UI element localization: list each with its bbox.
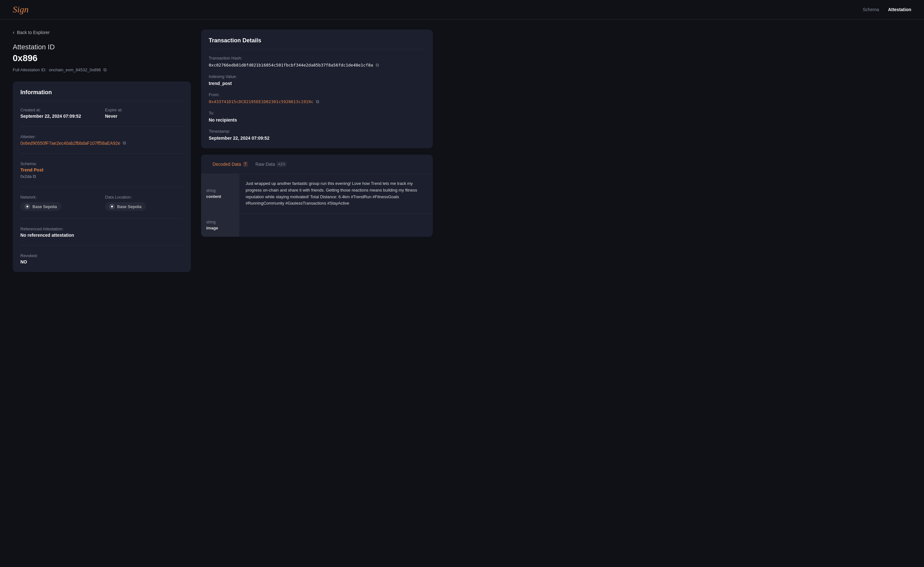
data-tabs: Decoded Data T Raw Data </> [201,154,433,174]
indexing-label: Indexing Value: [209,74,425,79]
tab-decoded-icon: T [243,162,248,167]
timestamp-field: Timestamp: September 22, 2024 07:09:52 [209,129,425,141]
divider-4 [20,219,183,219]
info-card-title: Information [20,89,183,101]
info-grid: Created at: September 22, 2024 07:09:52 … [20,108,183,264]
network-dot-icon [25,204,30,209]
data-field-content: content [206,194,234,199]
indexing-field: Indexing Value: trend_post [209,74,425,86]
created-at-field: Created at: September 22, 2024 07:09:52 [20,108,99,118]
revoked-field: Revoked: NO [20,253,183,264]
data-location-dot-icon [110,204,114,209]
referenced-value: No referenced attestation [20,232,183,238]
divider-3 [20,187,183,187]
tab-raw-data[interactable]: Raw Data </> [252,160,290,169]
data-location-field: Data Location: Base Sepolia [105,195,183,211]
info-card: Information Created at: September 22, 20… [13,81,191,272]
back-to-explorer[interactable]: ‹ Back to Explorer [13,30,191,35]
timestamp-label: Timestamp: [209,129,425,134]
transaction-title: Transaction Details [209,37,425,50]
tab-decoded-label: Decoded Data [213,162,241,167]
data-type-content: string [206,188,234,193]
left-panel: ‹ Back to Explorer Attestation ID 0x896 … [13,30,191,272]
from-label: From: [209,92,425,97]
copy-attester-icon[interactable]: ⧉ [123,140,126,146]
network-field: Network: Base Sepolia [20,195,99,211]
tx-hash-value: 0xc02766edb81d8fd021b16054c501fbcbf344e2… [209,63,373,68]
back-label: Back to Explorer [17,30,50,35]
data-type-col-image: string image [201,213,239,237]
network-value: Base Sepolia [33,204,57,209]
revoked-label: Revoked: [20,253,183,258]
divider-5 [20,245,183,246]
data-location-label: Data Location: [105,195,183,200]
back-arrow-icon: ‹ [13,30,14,35]
to-field: To: No recipients [209,111,425,123]
created-at-label: Created at: [20,108,99,112]
nav-attestation[interactable]: Attestation [888,7,911,12]
from-value-row: 0x433741D15cDC82195EE1D02301c5928613c191… [209,99,425,104]
full-id-value: onchain_evm_84532_0x896 [49,68,101,72]
transaction-details-card: Transaction Details Transaction Hash: 0x… [201,30,433,148]
schema-row: Trend Post [20,167,183,172]
network-badge: Base Sepolia [20,202,62,211]
timestamp-value: September 22, 2024 07:09:52 [209,135,425,141]
schema-field: Schema: Trend Post 0x2da ⧉ [20,161,183,179]
indexing-value: trend_post [209,81,425,86]
data-value-content: Just wrapped up another fantastic group … [239,174,433,213]
data-row-image: string image [201,213,433,237]
schema-link[interactable]: Trend Post [20,167,43,172]
full-id-row: Full Attestation ID: onchain_evm_84532_0… [13,67,191,72]
to-value: No recipients [209,117,425,123]
data-row-content: string content Just wrapped up another f… [201,174,433,213]
logo: Sign [13,4,28,15]
copy-full-id-icon[interactable]: ⧉ [104,67,106,72]
data-type-col-content: string content [201,174,239,213]
data-location-badge: Base Sepolia [105,202,146,211]
data-type-image: string [206,220,234,224]
copy-from-icon[interactable]: ⧉ [316,99,319,104]
tab-raw-label: Raw Data [255,162,275,167]
full-id-prefix: Full Attestation ID: [13,68,46,72]
tab-raw-icon: </> [277,162,286,167]
nav-schema[interactable]: Schema [863,7,879,12]
revoked-value: NO [20,260,183,264]
main-nav: Schema Attestation [863,7,911,12]
divider-1 [20,126,183,127]
attester-value[interactable]: 0x6ed90550fF7ae2ec40ab2fbbdaF107ff58aEA9… [20,141,120,146]
data-location-value: Base Sepolia [117,204,142,209]
created-at-value: September 22, 2024 07:09:52 [20,114,99,118]
divider-2 [20,153,183,154]
data-value-image [239,213,433,237]
expire-at-field: Expire at: Never [105,108,183,118]
attester-field: Attester: 0x6ed90550fF7ae2ec40ab2fbbdaF1… [20,134,183,146]
tab-decoded-data[interactable]: Decoded Data T [209,160,252,169]
page-title: Attestation ID [13,43,191,51]
copy-schema-icon[interactable]: ⧉ [33,174,36,179]
data-field-image: image [206,226,234,230]
copy-tx-hash-icon[interactable]: ⧉ [376,62,379,68]
tx-hash-row: 0xc02766edb81d8fd021b16054c501fbcbf344e2… [209,62,425,68]
from-value[interactable]: 0x433741D15cDC82195EE1D02301c5928613c191… [209,99,314,104]
schema-hash: 0x2da ⧉ [20,174,183,179]
header: Sign Schema Attestation [0,0,924,20]
attester-label: Attester: [20,134,183,139]
referenced-label: Referenced Attestation: [20,226,183,231]
schema-label: Schema: [20,161,183,166]
right-panel: Transaction Details Transaction Hash: 0x… [201,30,433,272]
decoded-data-card: Decoded Data T Raw Data </> string conte… [201,154,433,237]
expire-at-value: Never [105,114,183,118]
attestation-id-short: 0x896 [13,53,191,63]
to-label: To: [209,111,425,116]
from-field: From: 0x433741D15cDC82195EE1D02301c59286… [209,92,425,104]
main-content: ‹ Back to Explorer Attestation ID 0x896 … [0,20,446,282]
network-label: Network: [20,195,99,200]
referenced-field: Referenced Attestation: No referenced at… [20,226,183,238]
tx-hash-label: Transaction Hash: [209,56,425,60]
expire-at-label: Expire at: [105,108,183,112]
tx-hash-field: Transaction Hash: 0xc02766edb81d8fd021b1… [209,56,425,68]
